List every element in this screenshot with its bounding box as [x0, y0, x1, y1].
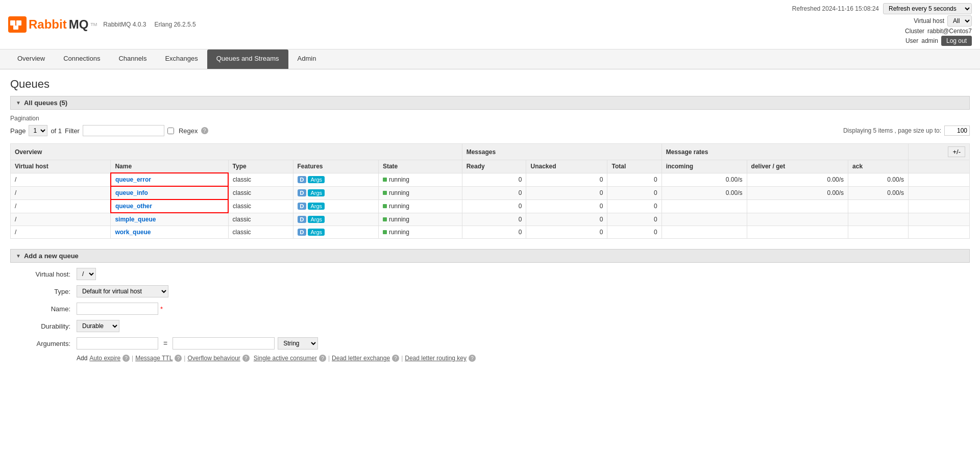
row-name[interactable]: queue_other — [111, 199, 228, 213]
overflow-behaviour-link[interactable]: Overflow behaviour — [187, 355, 240, 362]
row-features: DArgs — [293, 186, 378, 199]
single-active-consumer-help-icon[interactable]: ? — [319, 355, 326, 362]
row-type: classic — [228, 199, 293, 213]
col-empty — [909, 160, 970, 173]
overflow-behaviour-help-icon[interactable]: ? — [242, 355, 250, 362]
user-row: User admin Log out — [905, 36, 972, 46]
filter-input[interactable] — [83, 125, 164, 136]
nav-overview[interactable]: Overview — [8, 49, 54, 69]
row-extra — [909, 226, 970, 239]
state-running: running — [383, 203, 409, 210]
dead-letter-exchange-help-icon[interactable]: ? — [392, 355, 399, 362]
message-ttl-help-icon[interactable]: ? — [175, 355, 182, 362]
badge-d: D — [298, 176, 307, 183]
user-value: admin — [921, 37, 938, 44]
add-queue-header[interactable]: ▼ Add a new queue — [10, 249, 970, 263]
plus-minus-button[interactable]: +/- — [948, 146, 965, 157]
pipe-3: | — [328, 355, 330, 362]
row-name[interactable]: queue_info — [111, 186, 228, 199]
table-row: / simple_queue classic DArgs running 0 0… — [11, 213, 970, 226]
cluster-label: Cluster — [905, 28, 924, 35]
dead-letter-exchange-link[interactable]: Dead letter exchange — [332, 355, 390, 362]
row-ack — [848, 226, 909, 239]
nav-admin[interactable]: Admin — [288, 49, 326, 69]
row-name[interactable]: work_queue — [111, 226, 228, 239]
type-form-label: Type: — [15, 288, 77, 295]
green-dot-icon — [383, 217, 387, 221]
row-ready: 0 — [462, 173, 526, 186]
row-incoming — [662, 226, 747, 239]
pagination-row: Page 1 of 1 Filter Regex ? Displaying 5 … — [10, 125, 970, 136]
name-form-input[interactable] — [77, 303, 158, 315]
row-state: running — [378, 213, 462, 226]
refresh-select[interactable]: No refreshRefresh every 5 secondsRefresh… — [883, 3, 972, 14]
page-select[interactable]: 1 — [29, 125, 47, 136]
row-extra — [909, 173, 970, 186]
row-name[interactable]: queue_error — [111, 173, 228, 186]
plus-minus-cell[interactable]: +/- — [909, 144, 970, 160]
page-label: Page — [10, 127, 26, 135]
regex-help-icon[interactable]: ? — [201, 127, 208, 134]
logo: RabbitMQTM — [8, 16, 97, 33]
row-features: DArgs — [293, 173, 378, 186]
vhost-row: Virtual host All — [914, 15, 972, 27]
badge-d: D — [298, 216, 307, 223]
type-form-select[interactable]: Default for virtual hostClassicQuorumStr… — [77, 285, 168, 297]
message-ttl-link[interactable]: Message TTL — [135, 355, 173, 362]
name-form-label: Name: — [15, 305, 77, 313]
svg-rect-1 — [10, 20, 15, 26]
durability-form-select[interactable]: Durable Transient — [77, 320, 119, 332]
page-title: Queues — [10, 78, 970, 91]
dead-letter-routing-key-help-icon[interactable]: ? — [469, 355, 476, 362]
cluster-value: rabbit@Centos7 — [927, 28, 972, 35]
page-size-input[interactable] — [944, 126, 970, 136]
row-ack: 0.00/s — [848, 186, 909, 199]
row-deliver-get — [747, 213, 848, 226]
row-ack: 0.00/s — [848, 173, 909, 186]
nav-connections[interactable]: Connections — [54, 49, 109, 69]
queue-table: Overview Messages Message rates +/- Virt… — [10, 143, 970, 239]
all-queues-header[interactable]: ▼ All queues (5) — [10, 96, 970, 110]
row-unacked: 0 — [526, 226, 607, 239]
display-count: Displaying 5 items , page size up to: — [843, 127, 941, 134]
row-state: running — [378, 186, 462, 199]
col-unacked: Unacked — [526, 160, 607, 173]
green-dot-icon — [383, 230, 387, 234]
auto-expire-help-icon[interactable]: ? — [122, 355, 130, 362]
user-label: User — [905, 37, 918, 44]
topbar: RabbitMQTM RabbitMQ 4.0.3 Erlang 26.2.5.… — [0, 0, 980, 49]
row-type: classic — [228, 173, 293, 186]
content: Queues ▼ All queues (5) Pagination Page … — [0, 69, 980, 370]
state-running: running — [383, 189, 409, 196]
logout-button[interactable]: Log out — [941, 36, 972, 46]
green-dot-icon — [383, 191, 387, 195]
regex-checkbox[interactable] — [167, 128, 174, 134]
badge-d: D — [298, 189, 307, 196]
vhost-form-select[interactable]: / — [77, 268, 96, 280]
row-features: DArgs — [293, 213, 378, 226]
col-messages-header: Messages — [462, 144, 662, 160]
state-running: running — [383, 229, 409, 236]
col-incoming: incoming — [662, 160, 747, 173]
nav-queues-streams[interactable]: Queues and Streams — [207, 49, 288, 69]
dead-letter-routing-key-link[interactable]: Dead letter routing key — [405, 355, 467, 362]
arg-type-select[interactable]: StringNumberBooleanList — [278, 337, 318, 350]
erlang-version: Erlang 26.2.5.5 — [154, 21, 195, 28]
svg-rect-3 — [13, 26, 18, 30]
badge-d: D — [298, 203, 307, 210]
row-state: running — [378, 226, 462, 239]
pipe-2: | — [184, 355, 185, 362]
arg-key-input[interactable] — [77, 337, 158, 350]
row-state: running — [378, 199, 462, 213]
nav-channels[interactable]: Channels — [109, 49, 156, 69]
auto-expire-link[interactable]: Auto expire — [89, 355, 120, 362]
row-ready: 0 — [462, 186, 526, 199]
logo-rabbit: Rabbit — [29, 17, 67, 32]
refresh-label: Refreshed 2024-11-16 15:08:24 — [792, 5, 879, 12]
logo-mq: MQ — [69, 17, 89, 32]
arg-value-input[interactable] — [173, 337, 275, 350]
row-name[interactable]: simple_queue — [111, 213, 228, 226]
vhost-select[interactable]: All — [947, 15, 972, 27]
nav-exchanges[interactable]: Exchanges — [156, 49, 207, 69]
single-active-consumer-link[interactable]: Single active consumer — [254, 355, 317, 362]
